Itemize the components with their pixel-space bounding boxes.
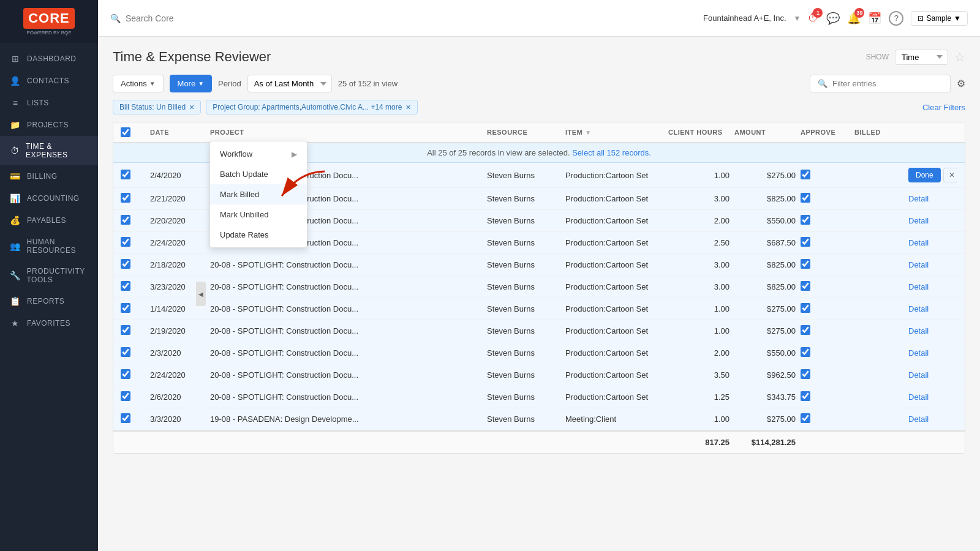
detail-link[interactable]: Detail	[908, 392, 929, 402]
show-bar: SHOW Time Expense ☆	[866, 50, 965, 65]
sidebar-item-billing[interactable]: 💳 Billing	[0, 165, 98, 187]
approve-checkbox[interactable]	[801, 347, 810, 357]
company-selector[interactable]: Fountainhead A+E, Inc.	[703, 13, 786, 23]
close-button[interactable]: ✕	[943, 168, 957, 182]
approve-checkbox[interactable]	[801, 281, 810, 291]
view-count: 25 of 152 in view	[338, 79, 398, 88]
sidebar-item-accounting[interactable]: 📊 Accounting	[0, 187, 98, 209]
sidebar-item-human-resources[interactable]: 👥 Human Resources	[0, 231, 98, 261]
period-select[interactable]: As of Last Month This Month Last Month T…	[247, 75, 332, 92]
sidebar-item-contacts[interactable]: 👤 Contacts	[0, 70, 98, 92]
page-title: Time & Expense Reviewer	[113, 49, 271, 65]
show-select[interactable]: Time Expense	[895, 50, 948, 65]
detail-link[interactable]: Detail	[908, 414, 929, 424]
reports-icon: 📋	[10, 296, 21, 306]
row-select-checkbox[interactable]	[121, 391, 130, 401]
logo: CORE POWERED BY BQE	[0, 0, 98, 43]
help-button[interactable]: ?	[889, 11, 903, 26]
more-dropdown-menu: Workflow ▶ Batch Update Mark Billed Mark…	[209, 141, 307, 248]
sidebar-item-dashboard[interactable]: ⊞ Dashboard	[0, 48, 98, 70]
row-select-checkbox[interactable]	[121, 170, 130, 179]
payables-icon: 💰	[10, 216, 21, 225]
sidebar-item-reports[interactable]: 📋 Reports	[0, 290, 98, 312]
approve-checkbox[interactable]	[801, 413, 810, 423]
search-icon: 🔍	[110, 13, 121, 23]
sidebar-item-favorites[interactable]: ★ Favorites	[0, 312, 98, 334]
row-item: Production:Cartoon Set	[565, 171, 663, 180]
notifications-button[interactable]: 🔔 39	[847, 12, 861, 25]
filter-icon-button[interactable]: ⚙	[957, 78, 965, 89]
menu-item-mark-billed[interactable]: Mark Billed	[210, 184, 307, 204]
approve-checkbox[interactable]	[801, 193, 810, 203]
bill-status-chip-close[interactable]: ×	[189, 103, 194, 111]
detail-link[interactable]: Detail	[908, 216, 929, 225]
detail-link[interactable]: Detail	[908, 304, 929, 313]
detail-link[interactable]: Detail	[908, 194, 929, 203]
clear-filters-link[interactable]: Clear Filters	[922, 103, 965, 112]
favorite-star-icon[interactable]: ☆	[954, 50, 965, 64]
select-all-records-link[interactable]: Select all 152 records.	[572, 148, 651, 157]
approve-checkbox[interactable]	[801, 215, 810, 225]
sidebar-collapse-handle[interactable]: ◀	[196, 282, 206, 306]
sidebar-item-projects[interactable]: 📁 Projects	[0, 114, 98, 136]
search-input[interactable]	[126, 13, 355, 23]
select-all-checkbox[interactable]	[121, 127, 130, 137]
sample-chevron-icon: ▼	[954, 14, 961, 23]
sidebar-item-productivity-tools[interactable]: 🔧 Productivity Tools	[0, 261, 98, 290]
sidebar-item-payables[interactable]: 💰 Payables	[0, 209, 98, 231]
detail-link[interactable]: Detail	[908, 370, 929, 380]
row-select-checkbox[interactable]	[121, 281, 130, 291]
page-header: Time & Expense Reviewer SHOW Time Expens…	[113, 49, 965, 65]
notifications-badge: 39	[854, 8, 864, 18]
menu-item-batch-update[interactable]: Batch Update	[210, 164, 307, 184]
approve-checkbox[interactable]	[801, 369, 810, 379]
row-select-checkbox[interactable]	[121, 369, 130, 379]
time-expenses-icon: ⏱	[10, 146, 20, 156]
row-select-checkbox[interactable]	[121, 237, 130, 247]
hr-icon: 👥	[10, 241, 21, 251]
row-select-checkbox[interactable]	[121, 193, 130, 203]
menu-item-workflow[interactable]: Workflow ▶	[210, 144, 307, 164]
filter-input[interactable]	[832, 79, 943, 88]
done-button[interactable]: Done	[908, 168, 941, 182]
detail-link[interactable]: Detail	[908, 260, 929, 269]
approve-checkbox[interactable]	[801, 391, 810, 401]
approve-checkbox[interactable]	[801, 259, 810, 269]
menu-item-update-rates[interactable]: Update Rates	[210, 225, 307, 245]
mark-billed-label: Mark Billed	[220, 190, 259, 199]
row-select-checkbox[interactable]	[121, 259, 130, 269]
approve-checkbox[interactable]	[801, 170, 810, 179]
calendar-button[interactable]: 📅	[868, 12, 881, 25]
table-row: 1/14/2020 20-08 - SPOTLIGHT: Constructio…	[113, 298, 965, 320]
detail-link[interactable]: Detail	[908, 282, 929, 291]
row-select-checkbox[interactable]	[121, 325, 130, 335]
row-select-checkbox[interactable]	[121, 215, 130, 225]
timer-button[interactable]: ⏱ 1	[808, 12, 819, 24]
row-select-checkbox[interactable]	[121, 347, 130, 357]
sample-button[interactable]: ⊡ Sample ▼	[911, 11, 968, 26]
detail-link[interactable]: Detail	[908, 348, 929, 358]
menu-item-mark-unbilled[interactable]: Mark Unbilled	[210, 204, 307, 225]
actions-button[interactable]: Actions ▼	[113, 75, 164, 92]
project-group-chip-close[interactable]: ×	[405, 103, 410, 111]
sidebar-item-lists[interactable]: ≡ Lists	[0, 92, 98, 114]
approve-checkbox[interactable]	[801, 325, 810, 335]
topbar: 🔍 Fountainhead A+E, Inc. ▼ ⏱ 1 💬 🔔 39 📅 …	[98, 0, 980, 37]
tools-icon: 🔧	[10, 271, 21, 280]
more-button[interactable]: More ▼	[170, 75, 213, 92]
col-checkbox	[121, 127, 145, 137]
sidebar-item-time-expenses[interactable]: ⏱ Time & Expenses	[0, 136, 98, 165]
row-select-checkbox[interactable]	[121, 303, 130, 313]
page-content: Time & Expense Reviewer SHOW Time Expens…	[98, 37, 980, 551]
detail-link[interactable]: Detail	[908, 238, 929, 247]
col-project: Project	[210, 129, 482, 136]
item-sort-icon[interactable]: ▼	[585, 129, 591, 136]
favorites-icon: ★	[10, 318, 21, 328]
total-amount: $114,281.25	[734, 438, 796, 447]
messages-button[interactable]: 💬	[826, 12, 840, 25]
approve-checkbox[interactable]	[801, 237, 810, 247]
detail-link[interactable]: Detail	[908, 326, 929, 335]
actions-caret-icon: ▼	[149, 80, 156, 87]
approve-checkbox[interactable]	[801, 303, 810, 313]
row-select-checkbox[interactable]	[121, 413, 130, 423]
